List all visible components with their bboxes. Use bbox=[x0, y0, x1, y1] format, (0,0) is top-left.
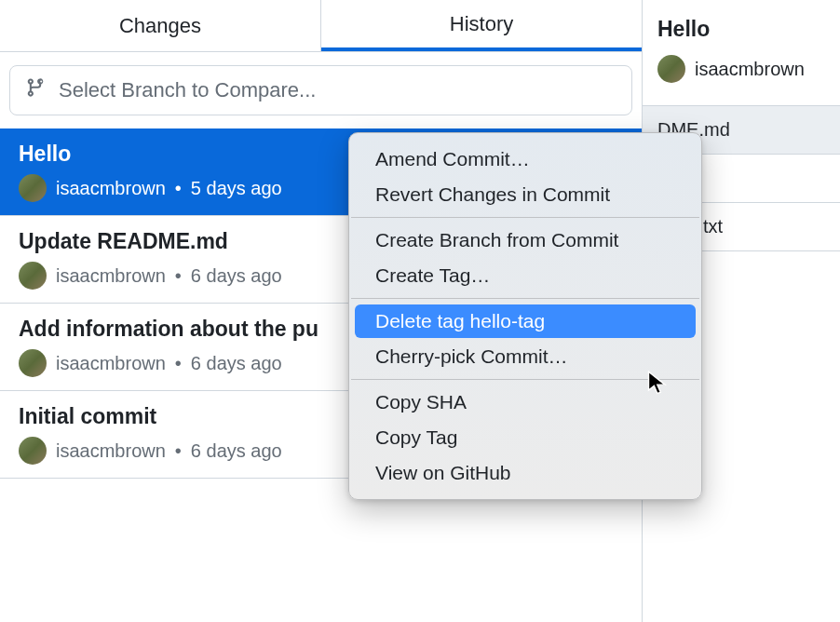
avatar bbox=[19, 174, 47, 202]
tab-changes-label: Changes bbox=[119, 14, 201, 38]
menu-divider bbox=[351, 379, 699, 380]
detail-author: isaacmbrown bbox=[657, 55, 825, 96]
detail-header: Hello isaacmbrown bbox=[643, 0, 840, 105]
commit-author: isaacmbrown bbox=[56, 265, 166, 287]
commit-age: 5 days ago bbox=[191, 178, 282, 199]
avatar bbox=[19, 349, 47, 377]
avatar bbox=[657, 55, 685, 83]
avatar bbox=[19, 437, 47, 465]
detail-author-name: isaacmbrown bbox=[695, 59, 805, 80]
avatar bbox=[19, 262, 47, 290]
commit-author: isaacmbrown bbox=[56, 178, 166, 199]
tab-history[interactable]: History bbox=[321, 0, 642, 51]
menu-revert-changes[interactable]: Revert Changes in Commit bbox=[355, 178, 696, 211]
commit-age: 6 days ago bbox=[191, 353, 282, 374]
commit-author: isaacmbrown bbox=[56, 353, 166, 374]
separator-dot: • bbox=[175, 178, 182, 199]
detail-title: Hello bbox=[657, 17, 825, 42]
separator-dot: • bbox=[175, 265, 182, 287]
tabs: Changes History bbox=[0, 0, 642, 52]
menu-copy-tag[interactable]: Copy Tag bbox=[355, 421, 696, 454]
menu-divider bbox=[351, 298, 699, 299]
branch-compare-placeholder: Select Branch to Compare... bbox=[59, 78, 316, 102]
menu-cherry-pick[interactable]: Cherry-pick Commit… bbox=[355, 340, 696, 373]
menu-view-on-github[interactable]: View on GitHub bbox=[355, 456, 696, 490]
menu-create-tag[interactable]: Create Tag… bbox=[355, 259, 696, 292]
git-branch-icon bbox=[25, 77, 46, 103]
menu-copy-sha[interactable]: Copy SHA bbox=[355, 385, 696, 419]
commit-author: isaacmbrown bbox=[56, 440, 166, 462]
menu-create-branch[interactable]: Create Branch from Commit bbox=[355, 223, 696, 257]
branch-compare-selector[interactable]: Select Branch to Compare... bbox=[9, 65, 632, 115]
commit-age: 6 days ago bbox=[191, 265, 282, 287]
menu-delete-tag[interactable]: Delete tag hello-tag bbox=[355, 304, 696, 338]
separator-dot: • bbox=[175, 353, 182, 374]
commit-context-menu: Amend Commit… Revert Changes in Commit C… bbox=[348, 132, 702, 500]
tab-history-label: History bbox=[450, 12, 513, 36]
menu-divider bbox=[351, 217, 699, 218]
commit-age: 6 days ago bbox=[191, 440, 282, 462]
branch-compare-container: Select Branch to Compare... bbox=[0, 52, 642, 128]
separator-dot: • bbox=[175, 440, 182, 462]
tab-changes[interactable]: Changes bbox=[0, 0, 321, 51]
menu-amend-commit[interactable]: Amend Commit… bbox=[355, 142, 696, 176]
